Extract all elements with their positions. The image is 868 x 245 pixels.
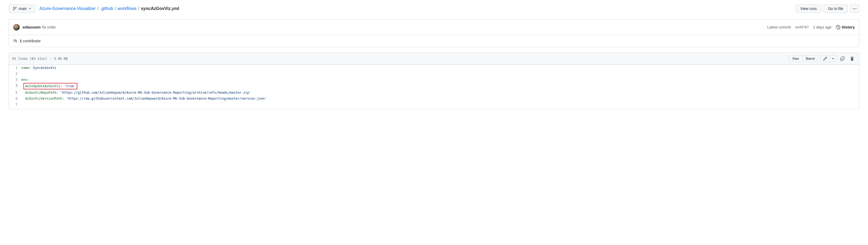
breadcrumb-part[interactable]: workflows: [118, 6, 136, 11]
git-branch-icon: [13, 6, 17, 11]
history-label: History: [842, 25, 855, 29]
code-box: 91 lines (83 sloc) 3.48 KB Raw Blame: [9, 53, 859, 109]
code-line: 4 AutoUpdateAzGovViz: 'true': [9, 83, 859, 90]
line-number[interactable]: 2: [9, 71, 21, 77]
contrib-count: 1: [20, 39, 22, 43]
breadcrumb-sep: /: [138, 6, 139, 11]
commit-message[interactable]: fix order: [42, 25, 56, 29]
file-header-bar: main Azure-Governance-Visualizer / .gith…: [9, 0, 859, 15]
line-number[interactable]: 3: [9, 77, 21, 83]
avatar[interactable]: [13, 24, 20, 30]
go-to-file-button[interactable]: Go to file: [824, 4, 848, 13]
line-content: env:: [21, 77, 29, 83]
code-stats-size: 3.48 KB: [54, 57, 68, 61]
history-icon: [836, 25, 840, 29]
view-runs-button[interactable]: View runs: [796, 4, 822, 13]
more-actions-button[interactable]: [850, 4, 859, 13]
breadcrumb-sep: /: [115, 6, 116, 11]
line-content: AzGovVizRepoPath: 'https://github.com/Ju…: [21, 90, 251, 96]
copy-icon: [840, 57, 844, 61]
kebab-icon: [853, 8, 857, 9]
raw-button[interactable]: Raw: [789, 56, 802, 62]
delete-button[interactable]: [848, 55, 856, 63]
file-header-left: main Azure-Governance-Visualizer / .gith…: [9, 4, 179, 13]
raw-blame-group: Raw Blame: [789, 56, 818, 62]
branch-select-button[interactable]: main: [9, 4, 35, 13]
line-number[interactable]: 1: [9, 65, 21, 71]
breadcrumb-part[interactable]: .github: [100, 6, 113, 11]
edit-dropdown-button[interactable]: [830, 56, 836, 62]
breadcrumb-repo[interactable]: Azure-Governance-Visualizer: [39, 6, 96, 11]
breadcrumb-file: syncAzGovViz.yml: [141, 6, 179, 11]
code-line: 3 env:: [9, 77, 859, 83]
breadcrumb: Azure-Governance-Visualizer / .github / …: [39, 6, 179, 11]
code-line: 7: [9, 102, 859, 107]
code-actions: Raw Blame: [789, 55, 856, 63]
commit-left: sebassem fix order: [13, 24, 56, 30]
commit-sha[interactable]: aa4d787: [795, 25, 809, 29]
blame-button[interactable]: Blame: [802, 56, 818, 62]
copy-button[interactable]: [839, 55, 846, 63]
contributors-row: 1 contributor: [9, 35, 859, 47]
caret-down-icon: [29, 8, 31, 9]
code-line: 6 AzGovVizVersionPath: 'https://raw.gith…: [9, 96, 859, 102]
highlight-box: AutoUpdateAzGovViz: 'true': [24, 83, 78, 90]
people-icon: [13, 39, 18, 43]
commit-right: Latest commit aa4d787 2 days ago History: [768, 25, 855, 29]
code-stats-lines: 91 lines (83 sloc): [12, 57, 47, 61]
line-number[interactable]: 7: [9, 102, 21, 107]
commit-author[interactable]: sebassem: [22, 25, 41, 29]
file-header-right: View runs Go to file: [796, 4, 859, 13]
code-line: 1 name: SyncAzGovViz: [9, 65, 859, 71]
contrib-label: contributor: [23, 39, 41, 43]
history-link[interactable]: History: [836, 25, 855, 29]
code-line: 5 AzGovVizRepoPath: 'https://github.com/…: [9, 90, 859, 96]
edit-group: [820, 55, 836, 62]
edit-button[interactable]: [821, 56, 830, 62]
line-number[interactable]: 4: [9, 83, 21, 89]
line-number[interactable]: 5: [9, 90, 21, 96]
code-header: 91 lines (83 sloc) 3.48 KB Raw Blame: [9, 53, 859, 65]
code-stats: 91 lines (83 sloc) 3.48 KB: [12, 57, 68, 61]
commit-when: 2 days ago: [813, 25, 832, 29]
code-body: 1 name: SyncAzGovViz 2 3 env: 4 AutoUpda…: [9, 65, 859, 109]
line-content: AutoUpdateAzGovViz: 'true': [21, 83, 78, 90]
line-content: AzGovVizVersionPath: 'https://raw.github…: [21, 96, 267, 102]
line-number[interactable]: 6: [9, 96, 21, 102]
caret-down-icon: [832, 58, 834, 59]
breadcrumb-sep: /: [97, 6, 98, 11]
commit-row: sebassem fix order Latest commit aa4d787…: [9, 20, 859, 35]
branch-name: main: [19, 6, 27, 11]
latest-commit-label: Latest commit: [768, 25, 791, 29]
pencil-icon: [823, 57, 827, 61]
code-line: 2: [9, 71, 859, 77]
trash-icon: [850, 57, 854, 61]
line-content: name: SyncAzGovViz: [21, 65, 56, 71]
commit-box: sebassem fix order Latest commit aa4d787…: [9, 20, 859, 47]
